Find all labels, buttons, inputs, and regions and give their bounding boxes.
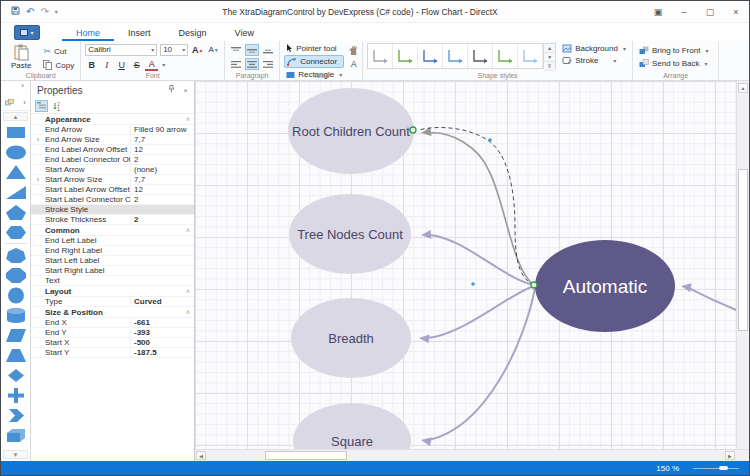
property-value[interactable]: Filled 90 arrow xyxy=(130,125,194,134)
toolbox-shape-hexagon[interactable] xyxy=(4,222,28,242)
toolbox-scroll-up[interactable]: ▲ xyxy=(3,112,28,121)
property-row[interactable]: Stroke Style xyxy=(31,205,194,215)
save-icon[interactable] xyxy=(11,6,20,17)
toolbox-shape-parallelogram[interactable] xyxy=(4,325,28,345)
toolbox-more-button[interactable]: ▼ xyxy=(3,450,28,459)
property-row[interactable]: TypeCurved xyxy=(31,297,194,307)
horizontal-scroll-thumb[interactable] xyxy=(265,451,347,460)
property-row[interactable]: End Y-393 xyxy=(31,328,194,338)
property-row[interactable]: Start Label Arrow Offset12 xyxy=(31,185,194,195)
underline-button[interactable]: U xyxy=(115,58,128,71)
font-color-button[interactable]: A xyxy=(145,58,158,71)
connector-automatic-to-square[interactable] xyxy=(429,288,535,440)
tab-home[interactable]: Home xyxy=(62,26,114,41)
property-category[interactable]: Size & Position˄ xyxy=(31,307,194,318)
tab-view[interactable]: View xyxy=(221,26,268,41)
property-value[interactable]: -393 xyxy=(130,328,194,337)
property-row[interactable]: Start X-500 xyxy=(31,338,194,348)
property-value[interactable]: 7,7 xyxy=(130,135,194,144)
property-row[interactable]: Start Arrow(none) xyxy=(31,165,194,175)
font-size-combo[interactable]: 10▾ xyxy=(160,44,188,56)
align-bottom-button[interactable] xyxy=(261,44,275,56)
property-row[interactable]: End ArrowFilled 90 arrow xyxy=(31,125,194,135)
send-to-back-button[interactable]: Send to Back ▾ xyxy=(637,58,710,69)
toolbox-shape-decagon[interactable] xyxy=(4,285,28,305)
tab-insert[interactable]: Insert xyxy=(114,26,165,41)
connector-waypoint-handle[interactable] xyxy=(471,282,475,286)
close-button[interactable]: × xyxy=(723,7,749,17)
property-category[interactable]: Appearance˄ xyxy=(31,114,194,125)
toolbox-shape-cross[interactable] xyxy=(4,385,28,405)
chevron-down-icon[interactable]: ▾ xyxy=(162,61,165,68)
toolbox-shape-heptagon[interactable] xyxy=(4,245,28,265)
tab-design[interactable]: Design xyxy=(165,26,221,41)
strikethrough-button[interactable]: S xyxy=(130,58,143,71)
vertical-scroll-thumb[interactable] xyxy=(738,169,748,331)
pan-tool-icon[interactable] xyxy=(349,45,358,55)
copy-button[interactable]: Copy xyxy=(41,59,76,71)
scroll-right-arrow[interactable]: ▶ xyxy=(725,451,735,460)
gallery-up-icon[interactable]: ▲ xyxy=(544,44,555,53)
property-row[interactable]: Start Left Label xyxy=(31,256,194,266)
connector-selected-connector-dashed[interactable] xyxy=(419,128,534,285)
property-value[interactable]: (none) xyxy=(130,165,194,174)
application-button[interactable]: ▾ xyxy=(14,25,40,40)
background-button[interactable]: Background ▾ xyxy=(560,43,628,54)
connector-waypoint-handle[interactable] xyxy=(488,138,492,142)
shape-style-item-3[interactable] xyxy=(443,44,468,68)
zoom-slider-thumb[interactable] xyxy=(719,466,728,470)
gallery-expand-icon[interactable]: ⊽ xyxy=(544,62,555,71)
property-row[interactable]: ›End Arrow Size7,7 xyxy=(31,135,194,145)
minimize-button[interactable]: – xyxy=(671,7,697,17)
toolbox-shape-cube[interactable] xyxy=(4,425,28,445)
shape-style-item-1[interactable] xyxy=(393,44,418,68)
align-left-button[interactable] xyxy=(229,58,243,70)
property-value[interactable]: Curved xyxy=(130,297,194,306)
property-value[interactable]: -500 xyxy=(130,338,194,347)
diagram-canvas[interactable]: Root Children CountTree Nodes CountBread… xyxy=(195,81,749,449)
close-panel-icon[interactable]: × xyxy=(183,86,188,95)
shape-style-item-5[interactable] xyxy=(493,44,518,68)
property-row[interactable]: End Right Label xyxy=(31,246,194,256)
zoom-slider[interactable] xyxy=(693,464,739,472)
toolbox-shape-chevron[interactable] xyxy=(4,405,28,425)
align-right-button[interactable] xyxy=(261,58,275,70)
italic-button[interactable]: I xyxy=(100,58,113,71)
shape-style-item-2[interactable] xyxy=(418,44,443,68)
toolbox-expand-icon[interactable]: › xyxy=(21,81,24,90)
property-row[interactable]: Start Right Label xyxy=(31,266,194,276)
connector-tool-button[interactable]: Connector xyxy=(284,55,344,68)
collapse-icon[interactable]: ˄ xyxy=(186,288,190,295)
stroke-button[interactable]: Stroke ▾ xyxy=(560,55,628,66)
cut-button[interactable]: ✂ Cut xyxy=(41,45,76,57)
property-value[interactable]: 7,7 xyxy=(130,175,194,184)
text-tool-button[interactable]: A xyxy=(351,59,357,69)
connector-endpoint-handle[interactable] xyxy=(531,282,537,288)
property-row[interactable]: Text xyxy=(31,276,194,286)
alphabetical-sort-button[interactable]: 21 xyxy=(51,100,64,112)
pin-icon[interactable] xyxy=(168,85,175,95)
shapes-panel-icon[interactable] xyxy=(5,99,14,107)
property-row[interactable]: Start Y-187.5 xyxy=(31,348,194,358)
property-value[interactable]: 12 xyxy=(130,145,194,154)
property-row[interactable]: End Left Label xyxy=(31,236,194,246)
undo-icon[interactable]: ↶ xyxy=(26,7,34,17)
paste-button[interactable]: Paste xyxy=(7,43,35,71)
bold-button[interactable]: B xyxy=(85,58,98,71)
collapse-icon[interactable]: ˄ xyxy=(186,227,190,234)
property-value[interactable]: 12 xyxy=(130,185,194,194)
shape-style-item-4[interactable] xyxy=(468,44,493,68)
shrink-font-button[interactable]: A▼ xyxy=(207,43,220,56)
font-family-combo[interactable]: Calibri▾ xyxy=(85,44,157,56)
toolbox-shape-octagon[interactable] xyxy=(4,265,28,285)
grow-font-button[interactable]: A▲ xyxy=(191,43,204,56)
collapse-icon[interactable]: ˄ xyxy=(186,116,190,123)
connector-automatic-to-breadth[interactable] xyxy=(427,286,534,338)
property-row[interactable]: End Label Arrow Offset12 xyxy=(31,145,194,155)
ribbon-options-icon[interactable]: ▣ xyxy=(645,7,671,17)
property-row[interactable]: End X-661 xyxy=(31,318,194,328)
shape-style-item-6[interactable] xyxy=(518,44,543,68)
property-row[interactable]: Start Label Connector Offset2 xyxy=(31,195,194,205)
connector-incoming-to-automatic[interactable] xyxy=(689,288,736,315)
property-value[interactable]: 2 xyxy=(130,215,194,224)
